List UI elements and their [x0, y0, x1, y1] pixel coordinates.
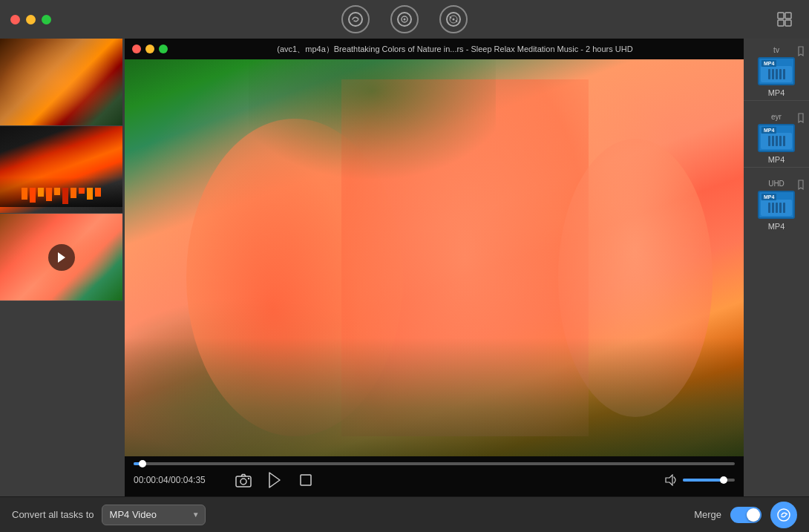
- dvd-icon: [445, 11, 462, 27]
- thumbnail-item[interactable]: [0, 126, 122, 214]
- minimize-button[interactable]: [26, 15, 36, 24]
- convert-icon: [347, 11, 364, 27]
- time-display: 00:00:04/00:04:35: [134, 475, 223, 485]
- mp4-icon-container-1[interactable]: MP4 MP4: [758, 57, 795, 97]
- main-content: (avc1、mp4a）Breathtaking Colors of Nature…: [0, 39, 809, 496]
- thumbnail-item[interactable]: [0, 214, 122, 301]
- toggle-knob: [747, 508, 760, 522]
- clip-icon-2[interactable]: [796, 113, 806, 128]
- svg-rect-13: [785, 20, 791, 26]
- merge-toggle[interactable]: [730, 507, 761, 523]
- svg-point-21: [778, 509, 790, 521]
- svg-rect-12: [778, 20, 784, 26]
- right-panel: tv MP4 MP4: [744, 39, 809, 496]
- svg-rect-11: [785, 13, 791, 19]
- clip-icon-1[interactable]: [796, 46, 806, 61]
- convert-button[interactable]: [770, 502, 797, 528]
- volume-area: [665, 474, 735, 486]
- progress-fill: [134, 462, 143, 465]
- titlebar: [0, 0, 809, 39]
- titlebar-icons: [341, 5, 468, 33]
- play-icon: [267, 472, 282, 488]
- mp4-label-2: MP4: [768, 155, 785, 164]
- traffic-lights: [10, 15, 51, 24]
- progress-bar[interactable]: [134, 462, 735, 465]
- maximize-button[interactable]: [42, 15, 51, 24]
- convert-mode-button[interactable]: [341, 5, 370, 33]
- grid-icon: [776, 11, 793, 27]
- svg-rect-10: [778, 13, 784, 19]
- volume-icon: [665, 474, 678, 486]
- clip-icon-3[interactable]: [796, 180, 806, 194]
- video-min-btn[interactable]: [145, 45, 154, 53]
- convert-run-icon: [776, 508, 791, 522]
- stop-button[interactable]: [295, 470, 316, 490]
- progress-dot: [139, 460, 146, 467]
- volume-knob: [720, 476, 727, 484]
- svg-marker-14: [58, 252, 65, 263]
- video-traffic-lights: [132, 45, 168, 53]
- svg-point-16: [240, 479, 246, 485]
- stop-icon: [299, 473, 312, 487]
- thumbnail-item[interactable]: [0, 39, 122, 126]
- camera-icon: [235, 473, 252, 487]
- audio-mode-button[interactable]: [390, 5, 419, 33]
- svg-marker-18: [269, 473, 280, 487]
- svg-rect-19: [301, 475, 311, 485]
- svg-point-4: [404, 19, 406, 21]
- play-button[interactable]: [264, 470, 285, 490]
- svg-point-7: [453, 19, 455, 21]
- grid-view-button[interactable]: [772, 7, 797, 32]
- right-panel-item-3: UHD MP4 MP4: [744, 177, 809, 234]
- merge-label: Merge: [694, 509, 721, 520]
- video-player: (avc1、mp4a）Breathtaking Colors of Nature…: [125, 39, 744, 496]
- play-overlay-icon: [48, 244, 75, 271]
- convert-all-label: Convert all tasks to: [12, 509, 94, 520]
- thumbnail-panel: [0, 39, 125, 496]
- right-panel-item-2: eyr MP4 MP4: [744, 110, 809, 168]
- snapshot-button[interactable]: [233, 470, 254, 490]
- bottom-bar: Convert all tasks to MP4 Video MOV Video…: [0, 496, 809, 532]
- close-button[interactable]: [10, 15, 20, 24]
- mp4-label-1: MP4: [768, 88, 785, 97]
- video-close-btn[interactable]: [132, 45, 141, 53]
- video-title: (avc1、mp4a）Breathtaking Colors of Nature…: [174, 44, 736, 55]
- format-select-wrapper: MP4 Video MOV Video MKV Video AVI Video …: [102, 505, 206, 525]
- dvd-mode-button[interactable]: [439, 5, 468, 33]
- right-panel-item: tv MP4 MP4: [744, 43, 809, 101]
- volume-fill: [683, 479, 724, 482]
- svg-marker-20: [666, 475, 672, 485]
- mp4-icon-container-2[interactable]: MP4 MP4: [758, 124, 795, 164]
- svg-point-17: [248, 478, 249, 479]
- volume-slider[interactable]: [683, 479, 735, 482]
- mp4-label-3: MP4: [768, 222, 785, 231]
- format-select[interactable]: MP4 Video MOV Video MKV Video AVI Video …: [102, 505, 206, 525]
- video-max-btn[interactable]: [159, 45, 168, 53]
- video-controls: 00:00:04/00:04:35: [125, 456, 744, 496]
- audio-icon: [396, 11, 413, 27]
- mp4-icon-container-3[interactable]: MP4 MP4: [758, 191, 795, 231]
- video-frame[interactable]: [125, 59, 744, 456]
- bottom-right: Merge: [694, 502, 797, 528]
- video-titlebar: (avc1、mp4a）Breathtaking Colors of Nature…: [125, 39, 744, 59]
- controls-row: 00:00:04/00:04:35: [134, 470, 735, 490]
- svg-point-0: [349, 13, 362, 26]
